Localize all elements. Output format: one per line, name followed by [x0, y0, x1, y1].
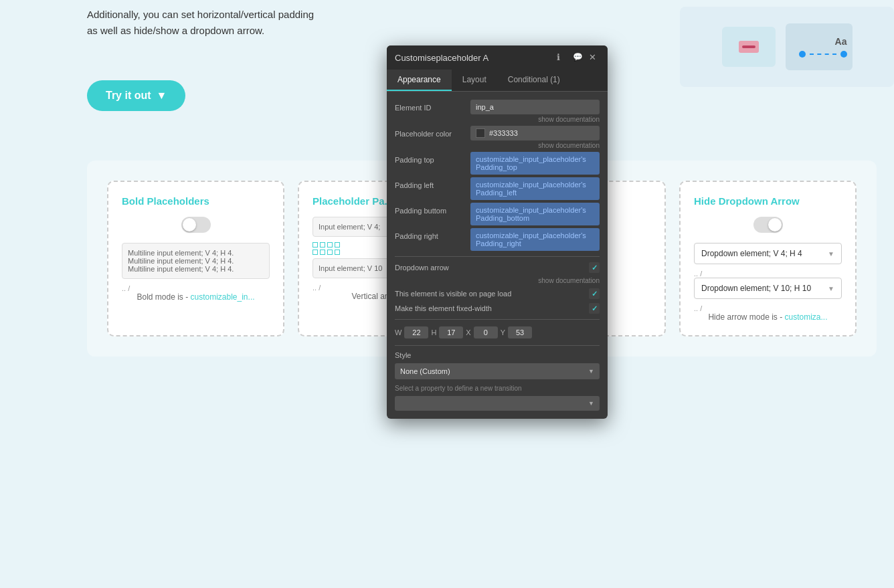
placeholders-text: Placeholders: [147, 195, 209, 207]
hide-dropdown-card: Hide Dropdown Arrow Dropdown element; V …: [679, 181, 857, 336]
tab-appearance[interactable]: Appearance: [387, 70, 452, 91]
padding-left-row: Padding left customizable_input_placehol…: [395, 177, 600, 200]
padding-right-value-wrapper: customizable_input_placeholder's Padding…: [470, 228, 600, 251]
x-value[interactable]: 0: [474, 326, 498, 338]
dropdown-arrow-row: Dropdown arrow ✓: [395, 262, 600, 273]
laptop-illustration: Aa: [626, 0, 894, 94]
padding-left-input[interactable]: customizable_input_placeholder's Padding…: [470, 177, 600, 200]
w-value[interactable]: 22: [404, 326, 428, 338]
hide-resize-icons: .. /: [694, 270, 842, 278]
dropdown-item-2[interactable]: Dropdown element; V 10; H 10: [694, 278, 842, 299]
hide-card-bottom: Dropdown element; V 4; H 4 .. / Dropdown…: [694, 243, 842, 312]
fixed-width-row: Make this element fixed-width ✓: [395, 303, 600, 314]
transition-section: Select a property to define a new transi…: [395, 385, 600, 411]
dot-7: [327, 250, 333, 255]
hide-resize-icons-2: .. /: [694, 304, 842, 312]
bold-link: customizable_in...: [191, 292, 255, 302]
transition-dropdown[interactable]: [395, 396, 600, 411]
padding-right-input[interactable]: customizable_input_placeholder's Padding…: [470, 228, 600, 251]
h-label: H: [431, 328, 436, 336]
visible-checkbox[interactable]: ✓: [589, 288, 600, 299]
dimensions-row: W 22 H 17 X 0 Y 53: [395, 326, 600, 338]
y-label: Y: [501, 328, 505, 336]
tab-conditional[interactable]: Conditional (1): [497, 70, 571, 91]
placeholder-color-row: Placeholder color #333333 show documenta…: [395, 126, 600, 149]
try-it-out-button[interactable]: Try it out ▼: [87, 80, 185, 111]
dot-1: [312, 242, 318, 248]
comment-icon[interactable]: 💬: [573, 52, 584, 63]
visible-row: This element is visible on page load ✓: [395, 288, 600, 299]
fixed-width-checkbox[interactable]: ✓: [589, 303, 600, 314]
placeholder-color-value-wrapper: #333333 show documentation: [470, 126, 600, 149]
padding-top-label: Padding top: [395, 152, 465, 164]
page-description: Additionally, you can set horizontal/ver…: [87, 0, 314, 45]
toggle-knob: [183, 218, 196, 231]
fixed-width-checkmark: ✓: [592, 304, 598, 313]
dot-4: [335, 242, 340, 248]
bold-placeholders-card: Bold Placeholders Multiline input elemen…: [107, 181, 284, 336]
w-label: W: [395, 328, 401, 336]
hide-card-title: Hide Dropdown Arrow: [694, 195, 842, 207]
padding-left-value-wrapper: customizable_input_placeholder's Padding…: [470, 177, 600, 200]
try-it-out-label: Try it out: [106, 90, 151, 102]
x-label: X: [466, 328, 470, 336]
color-picker-row[interactable]: #333333: [470, 126, 600, 140]
style-dropdown[interactable]: None (Custom): [395, 363, 600, 379]
bold-card-bottom: Multiline input element; V 4; H 4.Multil…: [122, 243, 270, 292]
dropdown-arrow-checkmark: ✓: [592, 264, 598, 272]
multiline-input-preview-1: Multiline input element; V 4; H 4.Multil…: [122, 243, 270, 279]
h-value[interactable]: 17: [439, 326, 463, 338]
dropdown-arrow-doc-link[interactable]: show documentation: [395, 277, 600, 284]
padding-bottom-label: Padding buttom: [395, 203, 465, 215]
hide-bold-text: Hide: [694, 195, 716, 207]
resize-icons-1: .. /: [122, 284, 270, 292]
style-label: Style: [395, 351, 600, 359]
hide-desc: Hide arrow mode is - customiza...: [694, 312, 842, 322]
fixed-width-label: Make this element fixed-width: [395, 304, 492, 312]
element-id-input[interactable]: [470, 100, 600, 114]
bold-toggle[interactable]: [181, 217, 211, 233]
padding-bottom-row: Padding buttom customizable_input_placeh…: [395, 203, 600, 225]
color-hex-value: #333333: [489, 129, 518, 137]
padding-top-row: Padding top customizable_input_placehold…: [395, 152, 600, 175]
divider-1: [395, 256, 600, 257]
tab-layout[interactable]: Layout: [452, 70, 497, 91]
padding-left-label: Padding left: [395, 177, 465, 189]
divider-2: [395, 319, 600, 320]
hide-toggle-knob: [768, 218, 782, 231]
dot-3: [327, 242, 333, 248]
padding-bottom-value-wrapper: customizable_input_placeholder's Padding…: [470, 203, 600, 225]
padding-bottom-input[interactable]: customizable_input_placeholder's Padding…: [470, 203, 600, 225]
hide-desc-link: customiza...: [785, 312, 828, 322]
bold-card-title: Bold Placeholders: [122, 195, 270, 207]
panel-header-icons: ℹ 💬 ✕: [557, 52, 600, 63]
padding-right-row: Padding right customizable_input_placeho…: [395, 228, 600, 251]
visible-label: This element is visible on page load: [395, 290, 511, 298]
padding-top-value-wrapper: customizable_input_placeholder's Padding…: [470, 152, 600, 175]
transition-hint: Select a property to define a new transi…: [395, 385, 600, 392]
padding-right-label: Padding right: [395, 228, 465, 240]
chevron-down-icon: ▼: [157, 90, 167, 102]
description-line1: Additionally, you can set horizontal/ver…: [87, 7, 314, 23]
close-icon[interactable]: ✕: [589, 52, 600, 63]
dropdown-arrow-label: Dropdown arrow: [395, 264, 449, 272]
dot-8: [335, 250, 340, 255]
bold-text: Bold: [122, 195, 144, 207]
dropdown-item-1[interactable]: Dropdown element; V 4; H 4: [694, 243, 842, 264]
dropdown-arrow-checkbox[interactable]: ✓: [589, 262, 600, 273]
visible-checkmark: ✓: [592, 290, 598, 298]
color-doc-link[interactable]: show documentation: [470, 142, 600, 149]
color-swatch[interactable]: [476, 128, 485, 138]
info-icon[interactable]: ℹ: [557, 52, 567, 63]
element-id-doc-link[interactable]: show documentation: [470, 116, 600, 123]
panel-header: Customiseplaceholder A ℹ 💬 ✕: [387, 45, 608, 70]
y-value[interactable]: 53: [508, 326, 532, 338]
placeholder-color-label: Placeholder color: [395, 126, 465, 138]
panel-body: Element ID show documentation Placeholde…: [387, 92, 608, 419]
hide-toggle[interactable]: [753, 217, 783, 233]
bold-desc: Bold mode is - customizable_in...: [122, 292, 270, 302]
dot-6: [320, 250, 325, 255]
panel-tabs: Appearance Layout Conditional (1): [387, 70, 608, 92]
padding-top-input[interactable]: customizable_input_placeholder's Padding…: [470, 152, 600, 175]
element-id-row: Element ID show documentation: [395, 100, 600, 123]
